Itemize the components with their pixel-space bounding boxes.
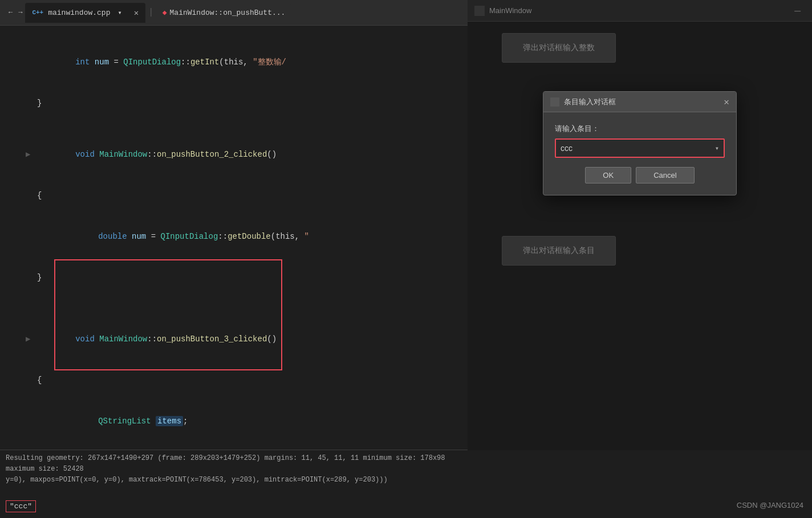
tab-divider: | xyxy=(148,7,154,18)
code-line-3: ▶ void MainWindow::on_pushButton_2_click… xyxy=(0,124,468,185)
dialog-overlay: 条目输入对话框 ✕ 请输入条目： ccc ▾ OK Cancel xyxy=(468,0,812,450)
combo-value: ccc xyxy=(561,144,715,153)
code-line-empty1 xyxy=(0,113,468,124)
code-line-1: int num = QInputDialog::getInt(this, "整数… xyxy=(0,31,468,93)
dialog-title: 条目输入对话框 xyxy=(564,97,724,107)
code-text: void MainWindow::on_pushButton_2_clicked… xyxy=(37,124,277,185)
code-line-empty3 xyxy=(0,298,468,308)
tab-close[interactable]: ✕ xyxy=(134,8,139,18)
dialog-close-button[interactable]: ✕ xyxy=(724,96,729,108)
code-editor: ← → C++ mainwindow.cpp ▾ ✕ | ◆ MainWindo… xyxy=(0,0,468,450)
code-text: } xyxy=(37,267,42,288)
debug-value: "ccc" xyxy=(6,500,36,512)
code-text: double num = QInputDialog::getDouble(thi… xyxy=(37,206,309,267)
code-line-6: } xyxy=(0,267,468,288)
code-line-2: } xyxy=(0,93,468,113)
code-line-8: { xyxy=(0,370,468,390)
dialog-icon xyxy=(550,97,559,107)
code-text: { xyxy=(37,370,42,390)
line-arrow: ▶ xyxy=(26,329,37,349)
diamond-icon: ◆ xyxy=(163,8,167,17)
combo-arrow-icon[interactable]: ▾ xyxy=(715,144,719,153)
dialog-label: 请输入条目： xyxy=(555,124,725,134)
cancel-button[interactable]: Cancel xyxy=(636,167,694,183)
code-line-empty2 xyxy=(0,288,468,298)
code-text: int num = QInputDialog::getInt(this, "整数… xyxy=(37,31,286,93)
tab-bar: ← → C++ mainwindow.cpp ▾ ✕ | ◆ MainWindo… xyxy=(0,0,468,26)
main-window-app: MainWindow — 弹出对话框输入整数 弹出对话框输入条目 条目输入对话框… xyxy=(468,0,812,450)
ok-button[interactable]: OK xyxy=(585,167,631,183)
tab-mainwindow-cpp[interactable]: C++ mainwindow.cpp ▾ ✕ xyxy=(25,3,145,23)
status-line1: Resulting geometry: 267x147+1490+297 (fr… xyxy=(6,453,462,475)
watermark: CSDN @JANG1024 xyxy=(737,501,803,509)
code-content: int num = QInputDialog::getInt(this, "整数… xyxy=(0,26,468,450)
dialog-body: 请输入条目： ccc ▾ OK Cancel xyxy=(543,112,736,195)
breadcrumb: ◆ MainWindow::on_pushButt... xyxy=(157,3,291,23)
code-text: } xyxy=(37,93,42,113)
code-text: void MainWindow::on_pushButton_3_clicked… xyxy=(37,308,277,370)
input-dialog: 条目输入对话框 ✕ 请输入条目： ccc ▾ OK Cancel xyxy=(543,91,737,195)
code-line-7: ▶ void MainWindow::on_pushButton_3_click… xyxy=(0,308,468,370)
status-bar: Resulting geometry: 267x147+1490+297 (fr… xyxy=(0,450,468,518)
nav-forward[interactable]: → xyxy=(18,9,22,17)
breadcrumb-text: MainWindow::on_pushButt... xyxy=(170,9,286,17)
dialog-titlebar: 条目输入对话框 ✕ xyxy=(543,92,736,112)
cpp-icon: C++ xyxy=(32,9,43,16)
dialog-combo[interactable]: ccc ▾ xyxy=(555,138,725,158)
code-line-5: double num = QInputDialog::getDouble(thi… xyxy=(0,206,468,267)
code-line-4: { xyxy=(0,185,468,206)
status-line2: y=0), maxpos=POINT(x=0, y=0), maxtrack=P… xyxy=(6,475,462,486)
dialog-buttons: OK Cancel xyxy=(555,167,725,183)
tab-label: mainwindow.cpp xyxy=(48,9,110,17)
code-text: { xyxy=(37,185,42,206)
tab-dropdown[interactable]: ▾ xyxy=(117,9,121,17)
code-text: QStringList items; xyxy=(37,390,188,450)
line-arrow: ▶ xyxy=(26,144,37,165)
code-line-9: QStringList items; xyxy=(0,390,468,450)
nav-back[interactable]: ← xyxy=(9,9,13,17)
